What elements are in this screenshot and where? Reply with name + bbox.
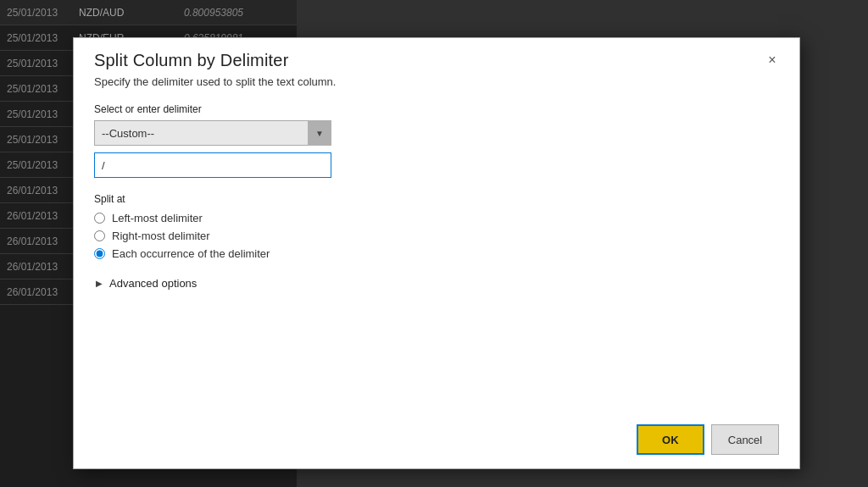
- radio-each-occurrence[interactable]: Each occurrence of the delimiter: [94, 247, 779, 260]
- close-button[interactable]: ×: [762, 50, 782, 70]
- dialog-titlebar: Split Column by Delimiter ×: [74, 38, 799, 70]
- split-column-dialog: Split Column by Delimiter × Specify the …: [73, 37, 800, 469]
- radio-right-most-input[interactable]: [94, 230, 105, 241]
- radio-each-occurrence-label: Each occurrence of the delimiter: [112, 247, 270, 260]
- dialog-footer: OK Cancel: [74, 414, 799, 468]
- dialog-title: Split Column by Delimiter: [94, 51, 289, 70]
- delimiter-label: Select or enter delimiter: [94, 103, 779, 115]
- advanced-options-toggle[interactable]: ▶ Advanced options: [94, 277, 779, 290]
- delimiter-select-wrapper: --Custom-- Colon Comma Equals Sign Semic…: [94, 120, 331, 146]
- triangle-expand-icon: ▶: [94, 279, 104, 289]
- radio-right-most[interactable]: Right-most delimiter: [94, 230, 779, 242]
- dialog-subtitle: Specify the delimiter used to split the …: [74, 75, 799, 88]
- radio-left-most-input[interactable]: [94, 213, 105, 224]
- radio-left-most[interactable]: Left-most delimiter: [94, 212, 779, 224]
- split-at-label: Split at: [94, 193, 779, 205]
- cancel-button[interactable]: Cancel: [711, 424, 779, 455]
- delimiter-select[interactable]: --Custom-- Colon Comma Equals Sign Semic…: [94, 120, 331, 146]
- dialog-body: Select or enter delimiter --Custom-- Col…: [74, 103, 799, 414]
- radio-each-occurrence-input[interactable]: [94, 248, 105, 259]
- custom-delimiter-input[interactable]: [94, 152, 331, 178]
- split-at-radio-group: Left-most delimiter Right-most delimiter…: [94, 212, 779, 260]
- radio-left-most-label: Left-most delimiter: [112, 212, 203, 224]
- ok-button[interactable]: OK: [637, 424, 704, 455]
- advanced-options-label: Advanced options: [109, 277, 197, 290]
- radio-right-most-label: Right-most delimiter: [112, 230, 210, 242]
